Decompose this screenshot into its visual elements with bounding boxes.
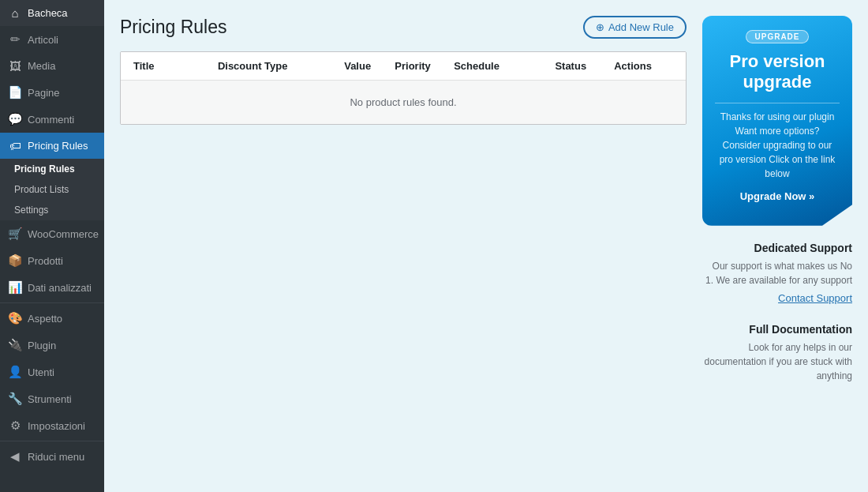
- col-title: Title: [133, 60, 218, 72]
- sidebar-sub-item-settings[interactable]: Settings: [0, 200, 104, 220]
- add-new-rule-button[interactable]: ⊕ Add New Rule: [583, 16, 687, 39]
- sidebar-item-label: Articoli: [28, 34, 58, 46]
- sidebar-item-plugin[interactable]: 🔌 Plugin: [0, 332, 104, 359]
- settings-icon: ⚙: [8, 419, 22, 433]
- media-icon: 🖼: [8, 59, 22, 73]
- sidebar: ⌂ Bacheca ✏ Articoli 🖼 Media 📄 Pagine 💬 …: [0, 0, 104, 492]
- sidebar-item-articoli[interactable]: ✏ Articoli: [0, 26, 104, 53]
- main-content: Pricing Rules ⊕ Add New Rule Title Disco…: [104, 0, 868, 492]
- sidebar-item-label: Commenti: [28, 114, 74, 126]
- sub-label: Pricing Rules: [14, 163, 75, 175]
- sidebar-item-label: Dati analizzati: [28, 282, 92, 294]
- add-new-label: Add New Rule: [608, 21, 674, 33]
- analytics-icon: 📊: [8, 280, 22, 295]
- sub-label: Settings: [14, 205, 48, 216]
- home-icon: ⌂: [8, 6, 22, 20]
- upgrade-divider: [715, 103, 840, 103]
- col-status: Status: [555, 60, 614, 72]
- sidebar-item-aspetto[interactable]: 🎨 Aspetto: [0, 305, 104, 332]
- sidebar-item-pricing-rules[interactable]: 🏷 Pricing Rules: [0, 133, 104, 159]
- page-title: Pricing Rules: [120, 17, 227, 38]
- upgrade-title: Pro version upgrade: [715, 51, 840, 93]
- sidebar-item-label: Pagine: [28, 87, 59, 99]
- collapse-icon: ◀: [8, 449, 22, 464]
- sidebar-item-label: Aspetto: [28, 313, 62, 325]
- sidebar-item-label: Impostazioni: [28, 420, 85, 432]
- sidebar-item-label: Strumenti: [28, 393, 72, 405]
- sidebar-item-label: Utenti: [28, 366, 54, 378]
- support-title: Dedicated Support: [702, 242, 852, 254]
- pricing-rules-submenu: Pricing Rules Product Lists Settings: [0, 159, 104, 220]
- sidebar-item-strumenti[interactable]: 🔧 Strumenti: [0, 385, 104, 412]
- sidebar-item-label: Riduci menu: [28, 451, 84, 463]
- right-panel: UPGRADE Pro version upgrade Thanks for u…: [702, 16, 852, 476]
- sidebar-item-label: WooCommerce: [28, 228, 99, 240]
- sidebar-sub-item-pricing-rules[interactable]: Pricing Rules: [0, 159, 104, 179]
- support-description: Our support is what makes us No 1. We ar…: [702, 259, 852, 287]
- doc-description: Look for any helps in our documentation …: [702, 340, 852, 383]
- divider2: [0, 441, 104, 441]
- upgrade-card: UPGRADE Pro version upgrade Thanks for u…: [702, 16, 852, 226]
- sidebar-item-media[interactable]: 🖼 Media: [0, 53, 104, 79]
- col-priority: Priority: [395, 60, 454, 72]
- plugin-icon: 🔌: [8, 338, 22, 352]
- contact-support-link[interactable]: Contact Support: [702, 292, 852, 304]
- upgrade-now-button[interactable]: Upgrade Now »: [715, 190, 840, 202]
- sidebar-item-riduci-menu[interactable]: ◀ Riduci menu: [0, 443, 104, 470]
- comment-icon: 💬: [8, 112, 22, 126]
- sidebar-item-dati-analizzati[interactable]: 📊 Dati analizzati: [0, 274, 104, 301]
- users-icon: 👤: [8, 365, 22, 379]
- sidebar-item-label: Pricing Rules: [28, 140, 88, 152]
- sub-label: Product Lists: [14, 184, 69, 195]
- sidebar-item-impostazioni[interactable]: ⚙ Impostazioni: [0, 412, 104, 439]
- tools-icon: 🔧: [8, 392, 22, 406]
- products-icon: 📦: [8, 254, 22, 268]
- col-schedule: Schedule: [454, 60, 555, 72]
- page-header: Pricing Rules ⊕ Add New Rule: [120, 16, 687, 39]
- divider: [0, 302, 104, 303]
- sidebar-item-pagine[interactable]: 📄 Pagine: [0, 79, 104, 106]
- upgrade-description: Thanks for using our plugin Want more op…: [715, 110, 840, 181]
- edit-icon: ✏: [8, 32, 22, 47]
- table-header: Title Discount Type Value Priority Sched…: [121, 52, 686, 81]
- doc-title: Full Documentation: [702, 323, 852, 336]
- appearance-icon: 🎨: [8, 311, 22, 325]
- left-panel: Pricing Rules ⊕ Add New Rule Title Disco…: [120, 16, 687, 476]
- sidebar-item-label: Media: [28, 60, 55, 72]
- sidebar-item-prodotti[interactable]: 📦 Prodotti: [0, 247, 104, 274]
- col-actions: Actions: [614, 60, 673, 72]
- table-empty-message: No product rules found.: [121, 81, 686, 124]
- col-discount-type: Discount Type: [218, 60, 344, 72]
- sidebar-item-label: Prodotti: [28, 255, 63, 267]
- sidebar-item-utenti[interactable]: 👤 Utenti: [0, 359, 104, 385]
- sidebar-item-label: Bacheca: [28, 7, 68, 19]
- tag-icon: 🏷: [8, 139, 22, 152]
- content-area: Pricing Rules ⊕ Add New Rule Title Disco…: [104, 0, 868, 492]
- add-icon: ⊕: [596, 21, 604, 33]
- page-icon: 📄: [8, 85, 22, 100]
- sidebar-item-label: Plugin: [28, 340, 56, 351]
- sidebar-sub-item-product-lists[interactable]: Product Lists: [0, 179, 104, 200]
- sidebar-item-woocommerce[interactable]: 🛒 WooCommerce: [0, 220, 104, 247]
- support-section: Dedicated Support Our support is what ma…: [702, 242, 852, 304]
- woocommerce-icon: 🛒: [8, 227, 22, 241]
- pricing-rules-table: Title Discount Type Value Priority Sched…: [120, 51, 687, 125]
- sidebar-item-commenti[interactable]: 💬 Commenti: [0, 106, 104, 133]
- col-value: Value: [344, 60, 395, 72]
- sidebar-item-bacheca[interactable]: ⌂ Bacheca: [0, 0, 104, 26]
- upgrade-badge: UPGRADE: [746, 30, 808, 43]
- documentation-section: Full Documentation Look for any helps in…: [702, 323, 852, 383]
